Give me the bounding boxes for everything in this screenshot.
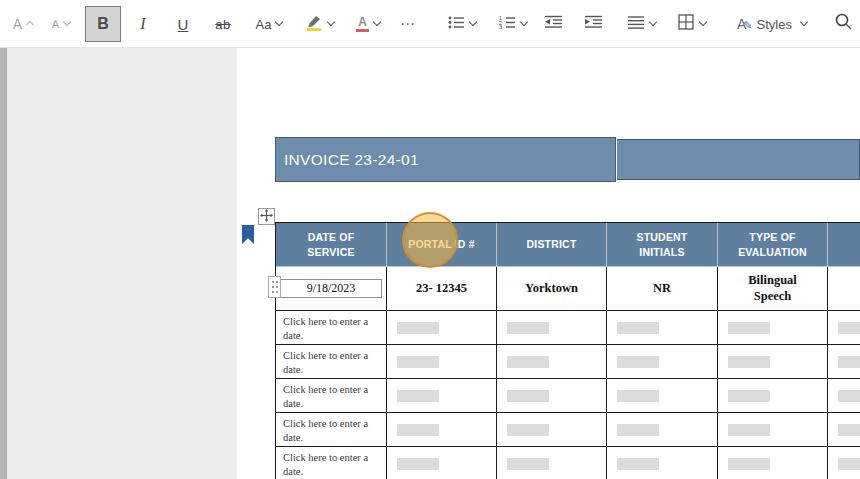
- field-placeholder-cell[interactable]: [718, 447, 828, 479]
- date-placeholder-cell[interactable]: Click here to enter a date.: [276, 379, 387, 413]
- field-placeholder-cell[interactable]: [387, 311, 497, 345]
- underline-button[interactable]: U: [167, 8, 199, 40]
- grow-font-button[interactable]: A: [6, 8, 40, 40]
- date-placeholder-cell[interactable]: Click here to enter a date.: [276, 413, 387, 447]
- field-placeholder-cell[interactable]: [718, 413, 828, 447]
- bullet-list-icon: [448, 15, 465, 34]
- content-control-placeholder: [728, 390, 770, 402]
- content-control-placeholder: [397, 356, 439, 368]
- invoice-table: DATE OF SERVICE PORTAL ID # DISTRICT STU…: [275, 222, 860, 479]
- caret-down-icon: [63, 18, 71, 26]
- field-placeholder-cell[interactable]: [387, 345, 497, 379]
- strikethrough-button[interactable]: ab: [205, 8, 241, 40]
- field-placeholder-cell[interactable]: [607, 311, 718, 345]
- table-move-handle[interactable]: [258, 208, 275, 225]
- content-control-placeholder: [728, 322, 770, 334]
- field-placeholder-cell[interactable]: [607, 447, 718, 479]
- highlighter-icon: [305, 13, 323, 35]
- field-placeholder-cell[interactable]: [828, 345, 860, 379]
- decrease-indent-button[interactable]: [538, 8, 570, 40]
- date-placeholder-cell[interactable]: Click here to enter a date.: [276, 311, 387, 345]
- district-cell[interactable]: Yorktown: [497, 267, 607, 311]
- date-picker-control[interactable]: 9/18/2023: [280, 279, 382, 298]
- svg-text:3: 3: [499, 24, 502, 30]
- line-spacing-icon: [628, 15, 645, 34]
- field-placeholder-cell[interactable]: [387, 447, 497, 479]
- more-font-options-button[interactable]: ⋯: [392, 8, 424, 40]
- content-control-placeholder: [728, 458, 770, 470]
- field-placeholder-cell[interactable]: [497, 345, 607, 379]
- content-control-placeholder: [507, 390, 549, 402]
- portal-id-cell[interactable]: 23- 12345: [387, 267, 497, 311]
- chevron-down-icon: [800, 18, 808, 26]
- increase-indent-button[interactable]: [578, 8, 610, 40]
- field-placeholder-cell[interactable]: [607, 413, 718, 447]
- shrink-font-button[interactable]: A: [44, 8, 78, 40]
- search-icon: [834, 12, 854, 36]
- search-button[interactable]: [830, 8, 858, 40]
- table-borders-icon: [678, 14, 695, 35]
- numbered-list-button[interactable]: 1 2 3: [491, 8, 535, 40]
- header-district: DISTRICT: [497, 223, 607, 267]
- field-placeholder-cell[interactable]: [497, 413, 607, 447]
- content-control-placeholder: [507, 458, 549, 470]
- ellipsis-icon: ⋯: [400, 15, 416, 33]
- field-placeholder-cell[interactable]: [828, 379, 860, 413]
- content-control-placeholder: [838, 390, 860, 402]
- field-placeholder-cell[interactable]: [718, 379, 828, 413]
- field-placeholder-cell[interactable]: [607, 345, 718, 379]
- chevron-down-icon: [373, 18, 381, 26]
- field-placeholder-cell[interactable]: [828, 413, 860, 447]
- styles-icon: A✎: [737, 16, 753, 32]
- student-initials-cell[interactable]: NR: [607, 267, 718, 311]
- content-control-placeholder: [728, 356, 770, 368]
- invoice-bar-right: [617, 139, 860, 180]
- bullet-list-button[interactable]: [440, 8, 484, 40]
- empty-cell[interactable]: [828, 267, 860, 311]
- field-placeholder-cell[interactable]: [718, 311, 828, 345]
- field-placeholder-cell[interactable]: [387, 413, 497, 447]
- date-placeholder-cell[interactable]: Click here to enter a date.: [276, 447, 387, 479]
- field-placeholder-cell[interactable]: [387, 379, 497, 413]
- field-placeholder-cell[interactable]: [607, 379, 718, 413]
- strikethrough-icon: ab: [215, 17, 230, 32]
- numbered-list-icon: 1 2 3: [499, 15, 516, 34]
- line-spacing-button[interactable]: [620, 8, 664, 40]
- font-color-button[interactable]: A: [346, 8, 390, 40]
- chevron-down-icon: [326, 18, 334, 26]
- field-placeholder-cell[interactable]: [497, 379, 607, 413]
- font-color-icon: A: [356, 16, 369, 32]
- evaluation-type-cell[interactable]: Bilingual Speech: [718, 267, 828, 311]
- date-placeholder-cell[interactable]: Click here to enter a date.: [276, 345, 387, 379]
- field-placeholder-cell[interactable]: [828, 311, 860, 345]
- chevron-down-icon: [275, 18, 283, 26]
- content-control-placeholder: [507, 356, 549, 368]
- styles-button[interactable]: A✎ Styles: [722, 8, 822, 40]
- chevron-down-icon: [699, 18, 707, 26]
- date-cell-filled[interactable]: 9/18/2023: [276, 267, 387, 311]
- field-placeholder-cell[interactable]: [718, 345, 828, 379]
- field-placeholder-cell[interactable]: [497, 311, 607, 345]
- italic-button[interactable]: I: [127, 8, 159, 40]
- underline-icon: U: [178, 16, 189, 33]
- field-placeholder-cell[interactable]: [828, 447, 860, 479]
- content-control-drag-handle[interactable]: [268, 276, 281, 298]
- italic-icon: I: [140, 15, 145, 33]
- bold-button[interactable]: B: [85, 6, 121, 42]
- invoice-title-bar: INVOICE 23-24-01: [275, 137, 616, 182]
- highlight-color-button[interactable]: [297, 8, 341, 40]
- header-portal-id: PORTAL ID #: [387, 223, 497, 267]
- content-control-placeholder: [507, 322, 549, 334]
- header-cutoff: [828, 223, 860, 267]
- shrink-font-label: A: [52, 18, 59, 30]
- invoice-title: INVOICE 23-24-01: [284, 151, 419, 169]
- change-case-button[interactable]: Aa: [247, 8, 291, 40]
- vertical-scrollbar[interactable]: [0, 48, 7, 479]
- increase-indent-icon: [585, 15, 603, 33]
- chevron-down-icon: [520, 18, 528, 26]
- grow-font-label: A: [13, 16, 22, 32]
- header-student-initials: STUDENT INITIALS: [607, 223, 718, 267]
- borders-button[interactable]: [670, 8, 714, 40]
- content-control-placeholder: [397, 322, 439, 334]
- field-placeholder-cell[interactable]: [497, 447, 607, 479]
